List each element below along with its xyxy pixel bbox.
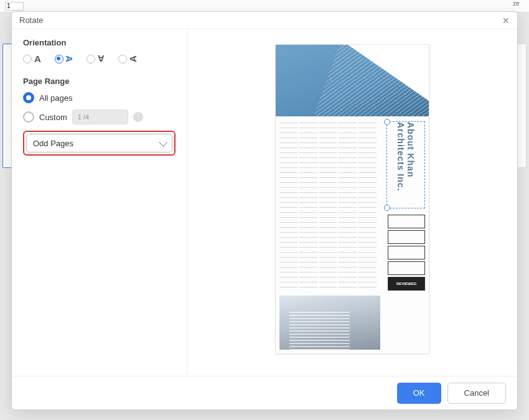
dialog-footer: OK Cancel [12, 376, 517, 409]
radio-icon [23, 92, 34, 103]
preview-body-text [279, 121, 377, 291]
cancel-button[interactable]: Cancel [447, 383, 506, 404]
page-number-input[interactable] [5, 2, 24, 11]
orientation-90deg[interactable]: A [55, 54, 73, 64]
preview-title-box: About Khan Architects Inc. [386, 121, 425, 208]
ok-button[interactable]: OK [397, 383, 441, 404]
rotate-dialog: Rotate ✕ Orientation A A A A Page Range [11, 11, 518, 410]
chevron-down-icon [159, 138, 167, 147]
backdrop-toolbar [0, 0, 529, 12]
highlight-annotation: Odd Pages [23, 131, 176, 156]
all-pages-option[interactable]: All pages [23, 92, 176, 103]
page-preview: About Khan Architects Inc. REVIEWED [275, 44, 429, 354]
orientation-options: A A A A [23, 54, 176, 64]
page-subset-select[interactable]: Odd Pages [26, 134, 172, 152]
dialog-title-text: Rotate [19, 16, 43, 25]
radio-icon [23, 111, 34, 123]
orientation-0deg[interactable]: A [23, 54, 41, 64]
all-pages-label: All pages [39, 93, 72, 103]
dialog-titlebar: Rotate ✕ [12, 12, 517, 29]
orientation-180deg[interactable]: A [87, 54, 105, 64]
custom-label: Custom [39, 113, 67, 122]
orientation-270deg[interactable]: A [118, 54, 136, 64]
preview-secondary-image [279, 296, 380, 350]
custom-range-input [72, 110, 128, 124]
orientation-label: Orientation [23, 38, 176, 47]
page-range-label: Page Range [23, 77, 176, 86]
info-icon[interactable]: ! [133, 112, 143, 122]
close-icon[interactable]: ✕ [502, 16, 510, 26]
preview-panel: About Khan Architects Inc. REVIEWED [187, 29, 517, 376]
subset-value: Odd Pages [33, 139, 73, 148]
preview-stamps: REVIEWED [388, 215, 425, 291]
custom-pages-option[interactable]: Custom ! [23, 110, 176, 124]
options-panel: Orientation A A A A Page Range All pages [12, 29, 187, 376]
cropped-label: ze [513, 0, 524, 11]
preview-hero-image [276, 45, 429, 116]
